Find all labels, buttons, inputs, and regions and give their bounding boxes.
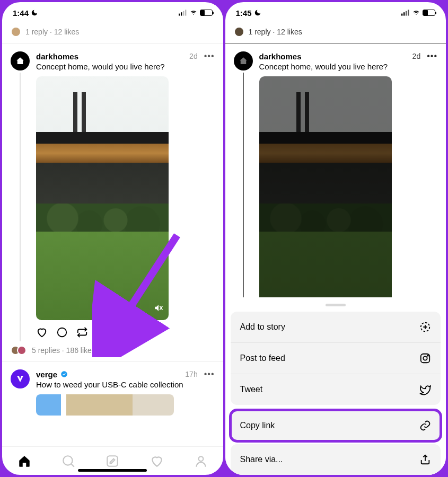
post-text: Concept home, would you live here? xyxy=(259,62,438,71)
svg-rect-14 xyxy=(403,12,405,15)
svg-rect-3 xyxy=(185,10,186,15)
mute-icon[interactable] xyxy=(154,303,163,315)
post-verge[interactable]: verge 17h ••• How to weed your USB-C cab… xyxy=(2,362,223,416)
reply-count: 5 replies xyxy=(32,346,60,355)
like-count: 186 likes xyxy=(66,346,95,355)
svg-rect-1 xyxy=(181,12,182,15)
username[interactable]: verge xyxy=(36,370,57,379)
post-time: 2d xyxy=(189,52,198,60)
share-via-icon xyxy=(419,454,431,465)
home-icon xyxy=(15,56,25,66)
avatar-darkhomes[interactable] xyxy=(11,51,30,70)
link-icon xyxy=(419,420,431,431)
post-actions xyxy=(36,320,215,341)
username: darkhomes xyxy=(259,52,302,61)
svg-point-22 xyxy=(427,355,428,356)
dnd-moon-icon xyxy=(254,9,261,16)
repost-icon[interactable] xyxy=(76,326,88,338)
mini-avatar xyxy=(12,28,20,36)
post-menu-button[interactable]: ••• xyxy=(201,51,215,61)
avatar-darkhomes xyxy=(234,51,253,70)
svg-point-7 xyxy=(61,371,67,377)
post-text: How to weed your USB-C cable collection xyxy=(36,380,215,389)
tab-profile-icon[interactable] xyxy=(194,454,208,468)
prev-thread-meta[interactable]: 1 reply · 12 likes xyxy=(2,23,223,43)
sheet-item-copy-link[interactable]: Copy link xyxy=(231,410,441,441)
sheet-label: Post to feed xyxy=(240,354,285,363)
sheet-item-share-via[interactable]: Share via... xyxy=(231,444,441,475)
sheet-group-share: Add to story Post to feed Tweet xyxy=(231,312,441,405)
post-darkhomes[interactable]: darkhomes 2d ••• Concept home, would you… xyxy=(2,44,223,343)
svg-rect-15 xyxy=(406,11,407,16)
post-time: 2d xyxy=(412,52,421,60)
svg-rect-13 xyxy=(401,14,402,16)
post-menu-button: ••• xyxy=(424,51,437,61)
svg-point-6 xyxy=(58,328,67,337)
phone-right: 1:45 1 reply · 12 likes darkhomes xyxy=(225,2,446,475)
svg-rect-10 xyxy=(107,456,118,466)
sheet-item-add-to-story[interactable]: Add to story xyxy=(231,312,441,342)
username[interactable]: darkhomes xyxy=(36,52,78,61)
like-count: 12 likes xyxy=(277,28,302,36)
sheet-group-copy: Copy link xyxy=(231,410,441,441)
feed[interactable]: 1 reply · 12 likes darkhomes 2d ••• Conc… xyxy=(2,23,223,446)
dnd-moon-icon xyxy=(31,9,38,16)
verge-logo-icon xyxy=(15,374,25,384)
post-text: Concept home, would you live here? xyxy=(36,62,215,71)
svg-line-9 xyxy=(71,464,74,466)
cellular-icon xyxy=(401,10,410,16)
post-time: 17h xyxy=(185,370,197,378)
prev-thread-meta: 1 reply · 12 likes xyxy=(225,23,446,43)
reply-count: 1 reply xyxy=(249,28,271,36)
svg-point-11 xyxy=(198,456,203,461)
sheet-label: Add to story xyxy=(240,322,285,332)
add-to-story-icon xyxy=(419,321,431,333)
status-bar: 1:45 xyxy=(225,2,446,23)
svg-rect-16 xyxy=(408,10,409,15)
instagram-icon xyxy=(419,352,431,364)
battery-icon xyxy=(423,10,435,16)
wifi-icon xyxy=(189,10,198,16)
thread-line xyxy=(20,73,21,341)
home-indicator[interactable] xyxy=(78,469,147,472)
tab-activity-icon[interactable] xyxy=(150,454,164,468)
wifi-icon xyxy=(412,10,420,16)
status-bar: 1:44 xyxy=(2,2,223,23)
tab-home-icon[interactable] xyxy=(17,454,31,468)
svg-point-8 xyxy=(63,456,72,465)
like-icon[interactable] xyxy=(36,326,48,338)
avatar-verge[interactable] xyxy=(11,369,30,388)
reply-icon[interactable] xyxy=(56,326,68,338)
post-media[interactable] xyxy=(36,394,174,416)
sheet-label: Copy link xyxy=(240,421,275,430)
verified-badge-icon xyxy=(60,370,68,378)
svg-point-21 xyxy=(423,356,427,360)
post-menu-button[interactable]: ••• xyxy=(201,369,215,379)
like-count: 12 likes xyxy=(54,28,79,36)
sheet-group-sharevia: Share via... xyxy=(231,444,441,475)
tab-search-icon[interactable] xyxy=(62,454,75,468)
home-icon xyxy=(239,56,248,66)
svg-rect-0 xyxy=(179,14,180,16)
reply-count: 1 reply xyxy=(25,28,48,36)
svg-rect-2 xyxy=(183,11,184,16)
tab-compose-icon[interactable] xyxy=(106,454,119,468)
cellular-icon xyxy=(179,10,187,16)
share-icon[interactable] xyxy=(96,326,108,338)
phone-left: 1:44 1 reply · 12 likes darkhomes xyxy=(2,2,223,475)
twitter-icon xyxy=(419,384,431,395)
sheet-item-tweet[interactable]: Tweet xyxy=(231,374,441,405)
sheet-grabber[interactable] xyxy=(326,304,346,306)
share-sheet[interactable]: Add to story Post to feed Tweet Copy lin… xyxy=(225,297,446,475)
post-meta[interactable]: 5 replies · 186 likes xyxy=(2,343,223,361)
seen-avatars xyxy=(11,346,27,355)
status-time: 1:44 xyxy=(13,8,29,17)
sheet-label: Tweet xyxy=(240,385,263,394)
status-time: 1:45 xyxy=(236,8,252,17)
sheet-label: Share via... xyxy=(240,455,283,464)
battery-icon xyxy=(200,10,213,16)
mini-avatar xyxy=(235,28,243,36)
post-media[interactable] xyxy=(36,76,169,320)
sheet-item-post-to-feed[interactable]: Post to feed xyxy=(231,342,441,374)
